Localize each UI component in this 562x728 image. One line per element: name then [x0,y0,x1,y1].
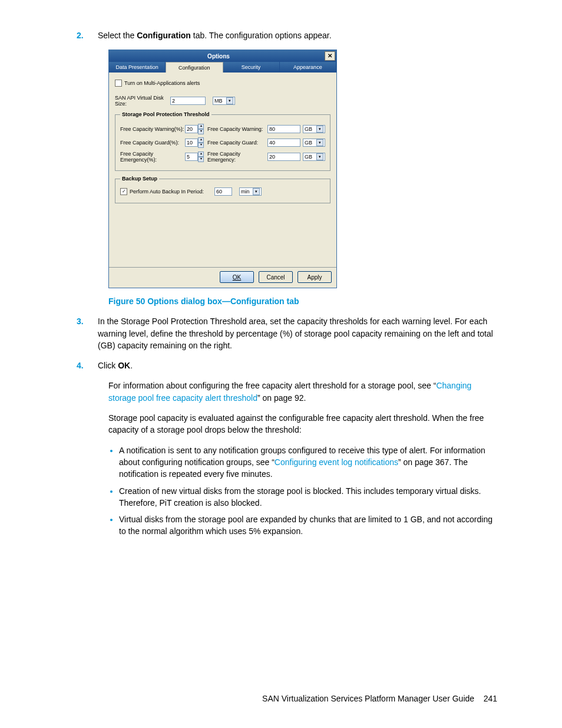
storage-pool-threshold-group: Storage Pool Protection Threshold Free C… [115,111,330,171]
tab-appearance[interactable]: Appearance [280,62,336,73]
step-number-3: 3. [77,315,98,351]
dialog-titlebar: Options ✕ [109,50,336,62]
warning-unit-select[interactable]: GB▾ [303,125,325,133]
warning-pct-input[interactable] [185,125,198,133]
cancel-button[interactable]: Cancel [259,271,293,283]
step-number-4: 4. [77,360,98,371]
guard-abs-label: Free Capacity Guard: [207,140,267,146]
storage-pool-threshold-legend: Storage Pool Protection Threshold [120,111,211,117]
ok-button[interactable]: OK [220,271,254,283]
step-3-text: In the Storage Pool Protection Threshold… [98,315,497,351]
chevron-down-icon: ▾ [316,126,323,133]
step-4-text: Click OK. [98,360,497,371]
warning-abs-label: Free Capacity Warning: [207,126,267,132]
paragraph: Storage pool capacity is evaluated again… [108,412,497,436]
emergency-abs-label: Free Capacity Emergency: [207,151,267,163]
emergency-pct-spinner[interactable]: ▴▾ [198,151,204,162]
vdisk-size-input[interactable] [170,97,206,105]
vdisk-size-unit-select[interactable]: MB ▾ [213,97,235,105]
vdisk-size-unit-value: MB [214,98,223,104]
guard-pct-label: Free Capacity Guard(%): [120,140,185,146]
chevron-down-icon: ▾ [316,153,323,160]
guard-abs-input[interactable] [267,139,300,147]
vdisk-size-label: SAN API Virtual Disk Size: [115,95,168,107]
link-configuring-event-log[interactable]: Configuring event log notifications [275,457,398,467]
list-item: Virtual disks from the storage pool are … [119,513,497,538]
auto-backup-checkbox[interactable]: ✓ [120,188,127,195]
chevron-down-icon: ▾ [226,97,233,104]
text: tab. The configuration options appear. [191,31,332,40]
auto-backup-value-input[interactable] [214,187,232,196]
options-dialog: Options ✕ Data Presentation Configuratio… [108,50,337,288]
auto-backup-unit-select[interactable]: min▾ [239,187,262,196]
warning-pct-spinner[interactable]: ▴▾ [198,124,204,134]
chevron-down-icon: ▾ [253,188,260,195]
list-item: Creation of new virtual disks from the s… [119,485,497,509]
close-icon[interactable]: ✕ [325,51,335,61]
guard-pct-input[interactable] [185,139,198,147]
guard-unit-select[interactable]: GB▾ [303,139,325,147]
paragraph: For information about configuring the fr… [108,380,497,404]
warning-pct-label: Free Capacity Warning(%): [120,126,185,132]
text: Select the [98,31,137,40]
tab-security[interactable]: Security [223,62,280,73]
text: Click [98,361,118,370]
emergency-unit-select[interactable]: GB▾ [303,153,325,161]
auto-backup-label: Perform Auto Backup In Period: [130,189,212,195]
apply-button[interactable]: Apply [297,271,332,283]
dialog-tabs: Data Presentation Configuration Security… [109,62,336,73]
backup-setup-group: Backup Setup ✓ Perform Auto Backup In Pe… [115,176,330,203]
tab-data-presentation[interactable]: Data Presentation [109,62,166,73]
text: ” on page 92. [257,393,306,403]
emergency-pct-input[interactable] [185,153,198,161]
multi-apps-label: Turn on Multi-Applications alerts [124,80,200,86]
step-number-2: 2. [77,29,98,41]
figure-caption: Figure 50 Options dialog box—Configurati… [108,297,497,306]
text: For information about configuring the fr… [108,381,436,390]
text-bold: OK [118,361,130,370]
multi-apps-checkbox[interactable] [115,80,122,87]
page-footer: SAN Virtualization Services Platform Man… [262,694,497,703]
warning-abs-input[interactable] [267,125,300,133]
list-item: A notification is sent to any notificati… [119,444,497,480]
dialog-title: Options [113,53,325,60]
tab-configuration[interactable]: Configuration [166,62,223,73]
text-bold: Configuration [137,31,191,40]
text: . [130,361,133,370]
footer-page-number: 241 [484,694,497,703]
backup-setup-legend: Backup Setup [120,176,159,182]
emergency-pct-label: Free Capacity Emergency(%): [120,151,185,163]
emergency-abs-input[interactable] [267,153,300,161]
guard-pct-spinner[interactable]: ▴▾ [198,137,204,148]
footer-doc-title: SAN Virtualization Services Platform Man… [262,694,474,703]
step-2-text: Select the Configuration tab. The config… [98,29,497,41]
chevron-down-icon: ▾ [316,139,323,146]
